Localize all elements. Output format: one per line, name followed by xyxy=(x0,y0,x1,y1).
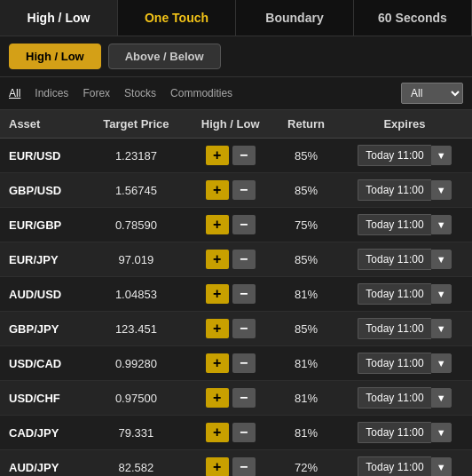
cell-high-low: + − xyxy=(185,139,275,173)
expires-dropdown-button[interactable]: ▼ xyxy=(431,319,452,338)
expires-dropdown-button[interactable]: ▼ xyxy=(431,250,452,269)
plus-button[interactable]: + xyxy=(206,250,229,269)
cell-target-price: 1.23187 xyxy=(87,139,186,173)
cell-asset: CAD/JPY xyxy=(0,416,87,450)
table-row: EUR/JPY97.019 + − 85% Today 11:00 ▼ xyxy=(0,242,472,277)
cell-high-low: + − xyxy=(185,208,275,242)
minus-button[interactable]: − xyxy=(232,180,256,200)
expires-label: Today 11:00 xyxy=(358,353,430,374)
cell-target-price: 79.331 xyxy=(87,416,186,450)
tab-60-seconds[interactable]: 60 Seconds xyxy=(354,0,472,36)
tab-one-touch[interactable]: One Touch xyxy=(118,0,236,36)
above-below-button[interactable]: Above / Below xyxy=(108,44,221,69)
cell-expires: Today 11:00 ▼ xyxy=(337,416,472,450)
minus-button[interactable]: − xyxy=(232,457,256,476)
asset-table: Asset Target Price High / Low Return Exp… xyxy=(0,110,472,476)
cell-target-price: 0.99280 xyxy=(87,346,186,381)
cell-asset: EUR/JPY xyxy=(0,242,87,277)
expires-label: Today 11:00 xyxy=(358,283,430,305)
table-row: GBP/JPY123.451 + − 85% Today 11:00 ▼ xyxy=(0,312,472,346)
expires-label: Today 11:00 xyxy=(358,179,430,201)
table-row: USD/CHF0.97500 + − 81% Today 11:00 ▼ xyxy=(0,381,472,416)
col-return: Return xyxy=(275,110,337,139)
cell-target-price: 0.97500 xyxy=(87,381,186,416)
filter-commodities[interactable]: Commodities xyxy=(170,87,232,99)
cell-return: 72% xyxy=(275,450,337,477)
cell-return: 81% xyxy=(275,277,337,312)
table-row: GBP/USD1.56745 + − 85% Today 11:00 ▼ xyxy=(0,173,472,208)
minus-button[interactable]: − xyxy=(232,319,256,338)
col-high-low: High / Low xyxy=(185,110,275,139)
expires-label: Today 11:00 xyxy=(358,214,430,235)
cell-expires: Today 11:00 ▼ xyxy=(337,346,472,381)
cell-target-price: 1.56745 xyxy=(87,173,186,208)
cell-target-price: 82.582 xyxy=(87,450,186,477)
cell-high-low: + − xyxy=(185,277,275,312)
expires-dropdown-button[interactable]: ▼ xyxy=(431,353,452,373)
expires-dropdown-button[interactable]: ▼ xyxy=(431,457,452,476)
cell-asset: USD/CAD xyxy=(0,346,87,381)
expires-label: Today 11:00 xyxy=(358,456,430,476)
minus-button[interactable]: − xyxy=(232,353,256,373)
cell-high-low: + − xyxy=(185,173,275,208)
cell-return: 81% xyxy=(275,346,337,381)
cell-expires: Today 11:00 ▼ xyxy=(337,208,472,242)
cell-return: 75% xyxy=(275,208,337,242)
minus-button[interactable]: − xyxy=(232,146,256,165)
filter-forex[interactable]: Forex xyxy=(83,87,110,99)
cell-return: 85% xyxy=(275,139,337,173)
plus-button[interactable]: + xyxy=(206,284,229,304)
minus-button[interactable]: − xyxy=(232,423,256,442)
cell-expires: Today 11:00 ▼ xyxy=(337,242,472,277)
col-expires: Expires xyxy=(337,110,472,139)
plus-button[interactable]: + xyxy=(206,215,229,234)
table-row: EUR/USD1.23187 + − 85% Today 11:00 ▼ xyxy=(0,139,472,173)
currency-filter-select[interactable]: All EUR GBP USD JPY xyxy=(401,83,463,104)
cell-high-low: + − xyxy=(185,312,275,346)
high-low-button[interactable]: High / Low xyxy=(9,44,101,69)
cell-expires: Today 11:00 ▼ xyxy=(337,450,472,477)
minus-button[interactable]: − xyxy=(232,215,256,234)
plus-button[interactable]: + xyxy=(206,388,229,408)
cell-asset: GBP/JPY xyxy=(0,312,87,346)
table-header-row: Asset Target Price High / Low Return Exp… xyxy=(0,110,472,139)
expires-label: Today 11:00 xyxy=(358,249,430,270)
filter-indices[interactable]: Indices xyxy=(35,87,68,99)
minus-button[interactable]: − xyxy=(232,250,256,269)
expires-dropdown-button[interactable]: ▼ xyxy=(431,180,452,200)
plus-button[interactable]: + xyxy=(206,146,229,165)
filter-stocks[interactable]: Stocks xyxy=(124,87,156,99)
plus-button[interactable]: + xyxy=(206,319,229,338)
cell-target-price: 1.04853 xyxy=(87,277,186,312)
plus-button[interactable]: + xyxy=(206,457,229,476)
cell-expires: Today 11:00 ▼ xyxy=(337,173,472,208)
minus-button[interactable]: − xyxy=(232,284,256,304)
filter-bar: All Indices Forex Stocks Commodities All… xyxy=(0,77,472,110)
cell-high-low: + − xyxy=(185,346,275,381)
cell-return: 85% xyxy=(275,242,337,277)
tab-high-low[interactable]: High / Low xyxy=(0,0,118,36)
cell-high-low: + − xyxy=(185,416,275,450)
cell-high-low: + − xyxy=(185,242,275,277)
tab-boundary[interactable]: Boundary xyxy=(236,0,354,36)
cell-asset: GBP/USD xyxy=(0,173,87,208)
cell-target-price: 97.019 xyxy=(87,242,186,277)
expires-dropdown-button[interactable]: ▼ xyxy=(431,284,452,304)
cell-expires: Today 11:00 ▼ xyxy=(337,381,472,416)
plus-button[interactable]: + xyxy=(206,180,229,200)
cell-return: 85% xyxy=(275,312,337,346)
table-row: AUD/USD1.04853 + − 81% Today 11:00 ▼ xyxy=(0,277,472,312)
expires-dropdown-button[interactable]: ▼ xyxy=(431,146,452,165)
plus-button[interactable]: + xyxy=(206,353,229,373)
sub-nav-bar: High / Low Above / Below xyxy=(0,36,472,77)
top-tab-bar: High / Low One Touch Boundary 60 Seconds xyxy=(0,0,472,36)
cell-target-price: 0.78590 xyxy=(87,208,186,242)
cell-target-price: 123.451 xyxy=(87,312,186,346)
table-row: EUR/GBP0.78590 + − 75% Today 11:00 ▼ xyxy=(0,208,472,242)
expires-dropdown-button[interactable]: ▼ xyxy=(431,423,452,442)
minus-button[interactable]: − xyxy=(232,388,256,408)
expires-dropdown-button[interactable]: ▼ xyxy=(431,388,452,408)
plus-button[interactable]: + xyxy=(206,423,229,442)
filter-all[interactable]: All xyxy=(9,87,20,99)
expires-dropdown-button[interactable]: ▼ xyxy=(431,215,452,234)
